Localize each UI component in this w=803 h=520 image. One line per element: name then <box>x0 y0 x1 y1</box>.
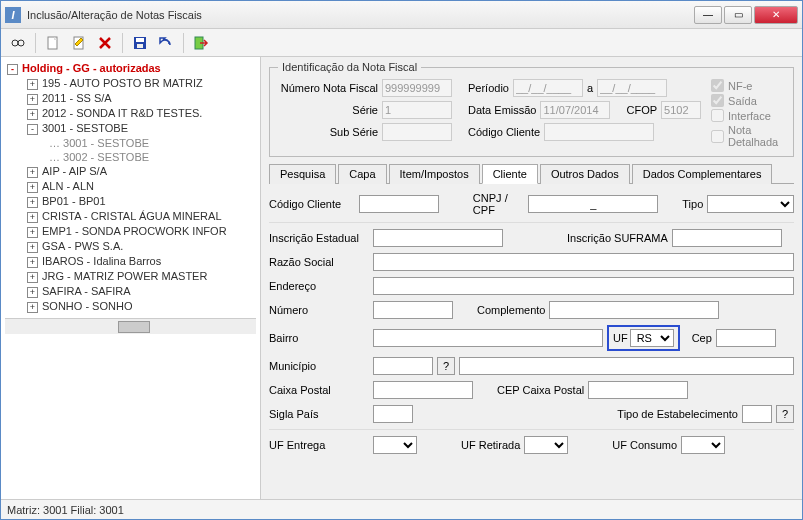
tree-item[interactable]: +AIP - AIP S/A <box>5 164 256 179</box>
uf-select[interactable]: RS <box>630 329 674 347</box>
expand-icon[interactable]: + <box>27 79 38 90</box>
tree-item[interactable]: +IBAROS - Idalina Barros <box>5 254 256 269</box>
tree-item[interactable]: +JRG - MATRIZ POWER MASTER <box>5 269 256 284</box>
tree-panel[interactable]: -Holding - GG - autorizadas +195 - AUTO … <box>1 57 261 499</box>
fieldset-legend: Identificação da Nota Fiscal <box>278 61 421 73</box>
tree-item[interactable]: +CRISTA - CRISTAL ÁGUA MINERAL <box>5 209 256 224</box>
collapse-icon[interactable]: - <box>7 64 18 75</box>
serie-input[interactable] <box>382 101 452 119</box>
detalhada-check: Nota Detalhada <box>711 124 785 148</box>
tree-item-label: 195 - AUTO POSTO BR MATRIZ <box>42 77 203 89</box>
data-emissao-input[interactable] <box>540 101 610 119</box>
bairro-field[interactable] <box>373 329 603 347</box>
expand-icon[interactable]: + <box>27 287 38 298</box>
svg-point-0 <box>12 40 18 46</box>
tab-dados-complementares[interactable]: Dados Complementares <box>632 164 773 184</box>
expand-icon[interactable]: + <box>27 167 38 178</box>
caixa-postal-field[interactable] <box>373 381 473 399</box>
tree-item[interactable]: +GSA - PWS S.A. <box>5 239 256 254</box>
tab-capa[interactable]: Capa <box>338 164 386 184</box>
expand-icon[interactable]: + <box>27 182 38 193</box>
numero-lbl: Número <box>269 304 369 316</box>
inscricao-estadual-lbl: Inscrição Estadual <box>269 232 369 244</box>
tree-item[interactable]: +BP01 - BP01 <box>5 194 256 209</box>
tree-subitem[interactable]: … 3002 - SESTOBE <box>5 150 256 164</box>
expand-icon[interactable]: + <box>27 197 38 208</box>
expand-icon[interactable]: + <box>27 242 38 253</box>
cfop-label: CFOP <box>626 104 657 116</box>
tab-cliente[interactable]: Cliente <box>482 164 538 184</box>
maximize-button[interactable]: ▭ <box>724 6 752 24</box>
tab-item-impostos[interactable]: Item/Impostos <box>389 164 480 184</box>
expand-icon[interactable]: + <box>27 227 38 238</box>
tree-subitem[interactable]: … 3001 - SESTOBE <box>5 136 256 150</box>
uf-lbl: UF <box>613 332 628 344</box>
tipo-estab-field[interactable] <box>742 405 772 423</box>
close-button[interactable]: ✕ <box>754 6 798 24</box>
undo-icon[interactable] <box>155 32 177 54</box>
uf-entrega-select[interactable] <box>373 436 417 454</box>
tree-item[interactable]: +EMP1 - SONDA PROCWORK INFOR <box>5 224 256 239</box>
sigla-pais-field[interactable] <box>373 405 413 423</box>
inscricao-estadual-field[interactable] <box>373 229 503 247</box>
codigo-cliente-input[interactable] <box>544 123 654 141</box>
codigo-cliente-field[interactable] <box>359 195 439 213</box>
tree-item[interactable]: +2011 - SS S/A <box>5 91 256 106</box>
tree-item[interactable]: +SONHO - SONHO <box>5 299 256 314</box>
tab-pesquisa[interactable]: Pesquisa <box>269 164 336 184</box>
tree-item[interactable]: +SAFIRA - SAFIRA <box>5 284 256 299</box>
complemento-field[interactable] <box>549 301 719 319</box>
new-icon[interactable] <box>42 32 64 54</box>
endereco-field[interactable] <box>373 277 794 295</box>
checks-group: NF-e Saída Interface Nota Detalhada <box>711 79 785 148</box>
expand-icon[interactable]: + <box>27 212 38 223</box>
collapse-icon[interactable]: - <box>27 124 38 135</box>
subserie-input[interactable] <box>382 123 452 141</box>
tree-item[interactable]: +ALN - ALN <box>5 179 256 194</box>
tree-item[interactable]: -3001 - SESTOBE <box>5 121 256 136</box>
municipio-lookup-button[interactable]: ? <box>437 357 455 375</box>
tree-root[interactable]: -Holding - GG - autorizadas <box>5 61 256 76</box>
minimize-button[interactable]: — <box>694 6 722 24</box>
tipo-estab-lookup-button[interactable]: ? <box>776 405 794 423</box>
razao-lbl: Razão Social <box>269 256 369 268</box>
cfop-input[interactable] <box>661 101 701 119</box>
municipio-name-field[interactable] <box>459 357 794 375</box>
tipo-select[interactable] <box>707 195 794 213</box>
num-label: Número Nota Fiscal <box>278 82 378 94</box>
cep-caixa-field[interactable] <box>588 381 688 399</box>
periodo-from-input[interactable] <box>513 79 583 97</box>
uf-consumo-select[interactable] <box>681 436 725 454</box>
expand-icon[interactable]: + <box>27 257 38 268</box>
horizontal-scrollbar[interactable] <box>5 318 256 334</box>
saida-check: Saída <box>711 94 785 107</box>
cep-caixa-lbl: CEP Caixa Postal <box>497 384 584 396</box>
uf-retirada-select[interactable] <box>524 436 568 454</box>
expand-icon[interactable]: + <box>27 94 38 105</box>
tree-item[interactable]: +195 - AUTO POSTO BR MATRIZ <box>5 76 256 91</box>
expand-icon[interactable]: + <box>27 302 38 313</box>
municipio-code-field[interactable] <box>373 357 433 375</box>
interface-checkbox <box>711 109 724 122</box>
detalhada-checkbox <box>711 130 724 143</box>
razao-field[interactable] <box>373 253 794 271</box>
edit-icon[interactable] <box>68 32 90 54</box>
expand-icon[interactable]: + <box>27 109 38 120</box>
cnpj-field[interactable] <box>528 195 658 213</box>
inscricao-suframa-field[interactable] <box>672 229 782 247</box>
cep-field[interactable] <box>716 329 776 347</box>
tree-item[interactable]: +2012 - SONDA IT R&D TESTES. <box>5 106 256 121</box>
tab-outros-dados[interactable]: Outros Dados <box>540 164 630 184</box>
svg-rect-6 <box>137 44 143 48</box>
numero-field[interactable] <box>373 301 453 319</box>
delete-icon[interactable] <box>94 32 116 54</box>
num-input[interactable] <box>382 79 452 97</box>
cliente-tab-content: Código Cliente CNPJ / CPF Tipo Inscrição… <box>269 192 794 454</box>
periodo-to-input[interactable] <box>597 79 667 97</box>
data-emissao-label: Data Emissão <box>468 104 536 116</box>
exit-icon[interactable] <box>190 32 212 54</box>
expand-icon[interactable]: + <box>27 272 38 283</box>
binoculars-icon[interactable] <box>7 32 29 54</box>
tree-item-label: 2012 - SONDA IT R&D TESTES. <box>42 107 202 119</box>
save-icon[interactable] <box>129 32 151 54</box>
